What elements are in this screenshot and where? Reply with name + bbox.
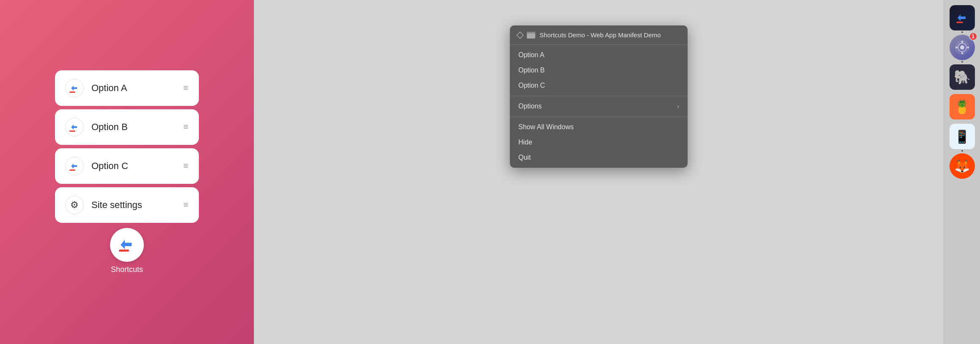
dock-dot-shortcuts bbox=[961, 31, 963, 33]
shortcuts-dock-icon bbox=[950, 5, 975, 31]
dock-item-other[interactable]: 🦊 bbox=[949, 153, 976, 180]
dock-item-system-preferences[interactable]: 1 bbox=[949, 34, 976, 61]
option-b-label: Option B bbox=[91, 122, 176, 133]
menu-title: Shortcuts Demo - Web App Manifest Demo bbox=[540, 31, 661, 39]
drag-handle-b: ≡ bbox=[183, 122, 189, 132]
menu-item-quit[interactable]: Quit bbox=[510, 150, 688, 165]
option-c-label: Option C bbox=[91, 161, 176, 172]
site-settings-label: Site settings bbox=[91, 200, 176, 211]
app-name-label: Shortcuts bbox=[111, 265, 143, 274]
menu-option-b-label: Option B bbox=[518, 67, 545, 74]
other-icon: 🦊 bbox=[950, 153, 975, 179]
menu-item-option-a[interactable]: Option A bbox=[510, 47, 688, 63]
svg-rect-8 bbox=[961, 41, 963, 43]
svg-rect-11 bbox=[967, 47, 969, 48]
site-settings-icon: ⚙ bbox=[65, 196, 84, 214]
app-icon-wrapper: Shortcuts bbox=[110, 228, 144, 274]
menu-option-c-label: Option C bbox=[518, 82, 545, 89]
menu-section-options-abc: Option A Option B Option C bbox=[510, 45, 688, 96]
menu-item-hide[interactable]: Hide bbox=[510, 135, 688, 150]
drag-handle-a: ≡ bbox=[183, 83, 189, 93]
svg-rect-0 bbox=[69, 92, 75, 93]
menu-show-all-label: Show All Windows bbox=[518, 123, 574, 131]
menu-hide-label: Hide bbox=[518, 139, 532, 146]
menu-option-a-label: Option A bbox=[518, 51, 544, 59]
option-a-label: Option A bbox=[91, 83, 176, 94]
fruit-icon: 🍍 bbox=[950, 94, 975, 119]
svg-rect-10 bbox=[955, 47, 958, 48]
android-icon: 📱 bbox=[950, 124, 975, 149]
badge-system-pref: 1 bbox=[969, 32, 977, 41]
svg-rect-9 bbox=[961, 52, 963, 54]
menu-item-show-all-windows[interactable]: Show All Windows bbox=[510, 119, 688, 135]
menu-item-option-b[interactable]: Option B bbox=[510, 63, 688, 78]
drag-handle-c: ≡ bbox=[183, 161, 189, 171]
dock: 1 🐘 🍍 📱 🦊 bbox=[944, 0, 980, 344]
context-menu: Shortcuts Demo - Web App Manifest Demo O… bbox=[510, 25, 688, 168]
middle-panel: Shortcuts Demo - Web App Manifest Demo O… bbox=[254, 0, 944, 344]
dock-item-elephant[interactable]: 🐘 bbox=[949, 64, 976, 91]
dock-item-shortcuts[interactable] bbox=[949, 4, 976, 31]
menu-diamond-icon bbox=[517, 31, 524, 39]
drag-handle-settings: ≡ bbox=[183, 200, 189, 210]
option-a-icon bbox=[65, 79, 84, 97]
option-c-icon bbox=[65, 157, 84, 175]
svg-rect-3 bbox=[119, 250, 129, 252]
shortcut-option-a[interactable]: Option A ≡ bbox=[55, 70, 199, 106]
left-panel: Option A ≡ Option B ≡ Option C ≡ bbox=[0, 0, 254, 344]
menu-window-icon bbox=[527, 32, 535, 39]
dock-dot-syspref bbox=[961, 61, 963, 63]
svg-point-5 bbox=[960, 45, 964, 50]
menu-title-bar: Shortcuts Demo - Web App Manifest Demo bbox=[510, 25, 688, 45]
menu-quit-label: Quit bbox=[518, 154, 531, 161]
dock-dot-android bbox=[961, 150, 963, 152]
shortcuts-list: Option A ≡ Option B ≡ Option C ≡ bbox=[55, 70, 199, 223]
menu-section-options: Options › bbox=[510, 96, 688, 117]
shortcut-option-c[interactable]: Option C ≡ bbox=[55, 148, 199, 184]
shortcut-option-b[interactable]: Option B ≡ bbox=[55, 109, 199, 145]
dock-item-android[interactable]: 📱 bbox=[949, 123, 976, 150]
svg-rect-2 bbox=[69, 169, 75, 171]
menu-item-options-submenu[interactable]: Options › bbox=[510, 99, 688, 114]
dock-item-fruit[interactable]: 🍍 bbox=[949, 93, 976, 120]
submenu-chevron-icon: › bbox=[677, 103, 679, 110]
elephant-icon: 🐘 bbox=[950, 64, 975, 90]
menu-options-label: Options bbox=[518, 103, 542, 110]
shortcut-site-settings[interactable]: ⚙ Site settings ≡ bbox=[55, 187, 199, 223]
shortcuts-app-icon[interactable] bbox=[110, 228, 144, 262]
menu-item-option-c[interactable]: Option C bbox=[510, 78, 688, 93]
svg-rect-1 bbox=[69, 130, 75, 132]
menu-section-window: Show All Windows Hide Quit bbox=[510, 117, 688, 168]
option-b-icon bbox=[65, 118, 84, 136]
svg-rect-4 bbox=[956, 22, 963, 23]
